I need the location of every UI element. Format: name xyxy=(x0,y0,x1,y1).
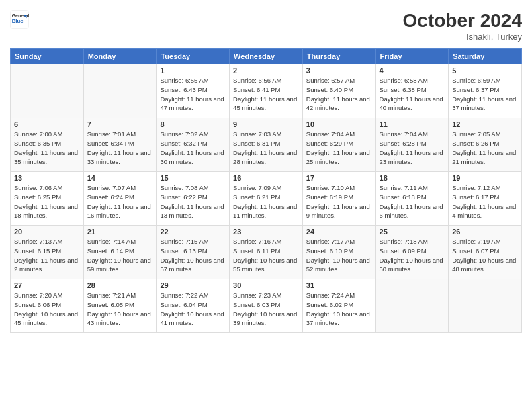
day-info: Sunrise: 7:23 AM Sunset: 6:03 PM Dayligh… xyxy=(233,291,299,328)
day-number: 26 xyxy=(452,228,518,236)
day-number: 25 xyxy=(380,228,445,236)
day-number: 27 xyxy=(14,281,80,289)
logo-icon: General Blue xyxy=(10,10,29,29)
day-info: Sunrise: 7:06 AM Sunset: 6:25 PM Dayligh… xyxy=(14,183,80,220)
col-header-saturday: Saturday xyxy=(449,49,522,64)
day-info: Sunrise: 7:22 AM Sunset: 6:04 PM Dayligh… xyxy=(160,291,226,328)
day-number: 15 xyxy=(160,174,226,182)
day-number: 21 xyxy=(87,228,153,236)
day-cell-5: 5Sunrise: 6:59 AM Sunset: 6:37 PM Daylig… xyxy=(449,64,522,118)
day-cell-20: 20Sunrise: 7:13 AM Sunset: 6:15 PM Dayli… xyxy=(11,226,84,279)
day-info: Sunrise: 7:00 AM Sunset: 6:35 PM Dayligh… xyxy=(14,130,80,167)
col-header-wednesday: Wednesday xyxy=(230,49,303,64)
day-info: Sunrise: 7:12 AM Sunset: 6:17 PM Dayligh… xyxy=(452,183,518,220)
day-number: 5 xyxy=(452,66,518,75)
day-number: 22 xyxy=(160,228,226,236)
day-cell-27: 27Sunrise: 7:20 AM Sunset: 6:06 PM Dayli… xyxy=(11,279,84,333)
header: General Blue October 2024 Ishakli, Turke… xyxy=(10,10,522,42)
day-cell-15: 15Sunrise: 7:08 AM Sunset: 6:22 PM Dayli… xyxy=(157,172,230,226)
day-info: Sunrise: 7:10 AM Sunset: 6:19 PM Dayligh… xyxy=(306,183,372,220)
day-cell-19: 19Sunrise: 7:12 AM Sunset: 6:17 PM Dayli… xyxy=(449,172,522,226)
day-cell-17: 17Sunrise: 7:10 AM Sunset: 6:19 PM Dayli… xyxy=(302,172,375,226)
day-number: 1 xyxy=(160,66,226,75)
day-cell-31: 31Sunrise: 7:24 AM Sunset: 6:02 PM Dayli… xyxy=(302,279,375,333)
empty-cell xyxy=(449,279,522,333)
day-number: 2 xyxy=(233,66,299,75)
calendar-week-1: 1Sunrise: 6:55 AM Sunset: 6:43 PM Daylig… xyxy=(11,64,522,118)
day-info: Sunrise: 7:15 AM Sunset: 6:13 PM Dayligh… xyxy=(160,237,226,274)
day-number: 7 xyxy=(87,120,153,128)
col-header-friday: Friday xyxy=(375,49,449,64)
day-number: 19 xyxy=(452,174,518,182)
logo: General Blue xyxy=(10,10,32,29)
location: Ishakli, Turkey xyxy=(403,32,522,42)
day-cell-24: 24Sunrise: 7:17 AM Sunset: 6:10 PM Dayli… xyxy=(302,226,375,279)
day-info: Sunrise: 6:58 AM Sunset: 6:38 PM Dayligh… xyxy=(380,76,445,113)
day-cell-8: 8Sunrise: 7:02 AM Sunset: 6:32 PM Daylig… xyxy=(157,118,230,172)
day-cell-3: 3Sunrise: 6:57 AM Sunset: 6:40 PM Daylig… xyxy=(302,64,375,118)
day-cell-25: 25Sunrise: 7:18 AM Sunset: 6:09 PM Dayli… xyxy=(375,226,449,279)
calendar-header-row: SundayMondayTuesdayWednesdayThursdayFrid… xyxy=(11,49,522,64)
day-number: 29 xyxy=(160,281,226,289)
day-cell-18: 18Sunrise: 7:11 AM Sunset: 6:18 PM Dayli… xyxy=(375,172,449,226)
empty-cell xyxy=(83,64,157,118)
col-header-thursday: Thursday xyxy=(302,49,375,64)
day-number: 4 xyxy=(380,66,445,75)
day-cell-11: 11Sunrise: 7:04 AM Sunset: 6:28 PM Dayli… xyxy=(375,118,449,172)
day-info: Sunrise: 7:01 AM Sunset: 6:34 PM Dayligh… xyxy=(87,130,153,167)
svg-text:Blue: Blue xyxy=(12,18,24,24)
page: General Blue October 2024 Ishakli, Turke… xyxy=(0,0,532,411)
day-info: Sunrise: 7:04 AM Sunset: 6:29 PM Dayligh… xyxy=(306,130,372,167)
day-info: Sunrise: 6:59 AM Sunset: 6:37 PM Dayligh… xyxy=(452,76,518,113)
day-number: 28 xyxy=(87,281,153,289)
day-info: Sunrise: 7:07 AM Sunset: 6:24 PM Dayligh… xyxy=(87,183,153,220)
day-number: 6 xyxy=(14,120,80,128)
col-header-monday: Monday xyxy=(83,49,157,64)
calendar-week-2: 6Sunrise: 7:00 AM Sunset: 6:35 PM Daylig… xyxy=(11,118,522,172)
day-cell-9: 9Sunrise: 7:03 AM Sunset: 6:31 PM Daylig… xyxy=(230,118,303,172)
day-cell-29: 29Sunrise: 7:22 AM Sunset: 6:04 PM Dayli… xyxy=(157,279,230,333)
day-number: 31 xyxy=(306,281,372,289)
calendar-table: SundayMondayTuesdayWednesdayThursdayFrid… xyxy=(10,48,522,333)
day-number: 20 xyxy=(14,228,80,236)
title-block: October 2024 Ishakli, Turkey xyxy=(403,10,522,42)
day-info: Sunrise: 7:08 AM Sunset: 6:22 PM Dayligh… xyxy=(160,183,226,220)
day-cell-1: 1Sunrise: 6:55 AM Sunset: 6:43 PM Daylig… xyxy=(157,64,230,118)
day-info: Sunrise: 7:11 AM Sunset: 6:18 PM Dayligh… xyxy=(380,183,445,220)
day-cell-16: 16Sunrise: 7:09 AM Sunset: 6:21 PM Dayli… xyxy=(230,172,303,226)
day-cell-23: 23Sunrise: 7:16 AM Sunset: 6:11 PM Dayli… xyxy=(230,226,303,279)
day-info: Sunrise: 6:56 AM Sunset: 6:41 PM Dayligh… xyxy=(233,76,299,113)
col-header-sunday: Sunday xyxy=(11,49,84,64)
day-number: 8 xyxy=(160,120,226,128)
day-info: Sunrise: 7:04 AM Sunset: 6:28 PM Dayligh… xyxy=(380,130,445,167)
day-cell-10: 10Sunrise: 7:04 AM Sunset: 6:29 PM Dayli… xyxy=(302,118,375,172)
day-cell-30: 30Sunrise: 7:23 AM Sunset: 6:03 PM Dayli… xyxy=(230,279,303,333)
day-cell-21: 21Sunrise: 7:14 AM Sunset: 6:14 PM Dayli… xyxy=(83,226,157,279)
day-cell-6: 6Sunrise: 7:00 AM Sunset: 6:35 PM Daylig… xyxy=(11,118,84,172)
day-cell-13: 13Sunrise: 7:06 AM Sunset: 6:25 PM Dayli… xyxy=(11,172,84,226)
day-number: 24 xyxy=(306,228,372,236)
day-cell-22: 22Sunrise: 7:15 AM Sunset: 6:13 PM Dayli… xyxy=(157,226,230,279)
day-cell-4: 4Sunrise: 6:58 AM Sunset: 6:38 PM Daylig… xyxy=(375,64,449,118)
day-cell-28: 28Sunrise: 7:21 AM Sunset: 6:05 PM Dayli… xyxy=(83,279,157,333)
day-number: 10 xyxy=(306,120,372,128)
day-number: 14 xyxy=(87,174,153,182)
day-info: Sunrise: 6:55 AM Sunset: 6:43 PM Dayligh… xyxy=(160,76,226,113)
day-info: Sunrise: 7:19 AM Sunset: 6:07 PM Dayligh… xyxy=(452,237,518,274)
day-info: Sunrise: 7:20 AM Sunset: 6:06 PM Dayligh… xyxy=(14,291,80,328)
day-info: Sunrise: 7:13 AM Sunset: 6:15 PM Dayligh… xyxy=(14,237,80,274)
day-number: 3 xyxy=(306,66,372,75)
day-info: Sunrise: 7:16 AM Sunset: 6:11 PM Dayligh… xyxy=(233,237,299,274)
day-number: 12 xyxy=(452,120,518,128)
day-info: Sunrise: 7:17 AM Sunset: 6:10 PM Dayligh… xyxy=(306,237,372,274)
day-number: 9 xyxy=(233,120,299,128)
calendar-week-4: 20Sunrise: 7:13 AM Sunset: 6:15 PM Dayli… xyxy=(11,226,522,279)
day-number: 11 xyxy=(380,120,445,128)
empty-cell xyxy=(11,64,84,118)
day-cell-12: 12Sunrise: 7:05 AM Sunset: 6:26 PM Dayli… xyxy=(449,118,522,172)
day-info: Sunrise: 7:14 AM Sunset: 6:14 PM Dayligh… xyxy=(87,237,153,274)
day-number: 13 xyxy=(14,174,80,182)
day-info: Sunrise: 7:18 AM Sunset: 6:09 PM Dayligh… xyxy=(380,237,445,274)
day-cell-2: 2Sunrise: 6:56 AM Sunset: 6:41 PM Daylig… xyxy=(230,64,303,118)
day-info: Sunrise: 6:57 AM Sunset: 6:40 PM Dayligh… xyxy=(306,76,372,113)
